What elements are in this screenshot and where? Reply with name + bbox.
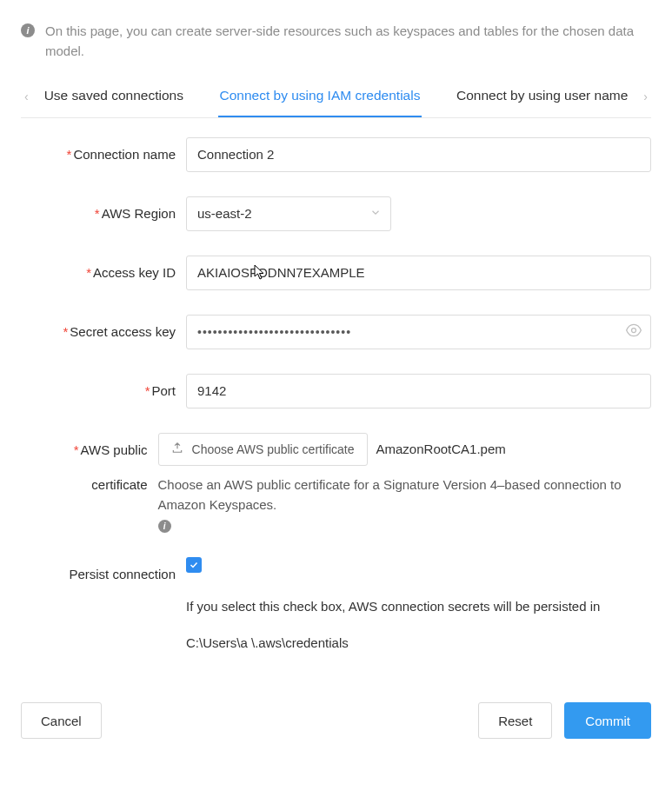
tab-saved-connections[interactable]: Use saved connections [43, 88, 185, 117]
connection-form: *Connection name *AWS Region us-east-2 [21, 137, 651, 651]
field-public-certificate: *AWS public certificate Choose AWS publi… [21, 433, 651, 534]
cancel-button[interactable]: Cancel [21, 702, 102, 739]
persist-helper-text: If you select this check box, AWS connec… [186, 596, 651, 616]
reset-button[interactable]: Reset [478, 702, 552, 739]
required-marker: * [74, 442, 79, 457]
aws-region-select[interactable]: us-east-2 [186, 196, 391, 231]
required-marker: * [86, 265, 91, 280]
field-access-key-id: *Access key ID [21, 256, 651, 290]
field-persist-connection: Persist connection If you select this ch… [21, 557, 651, 650]
secret-access-key-input[interactable]: •••••••••••••••••••••••••••••• [186, 315, 651, 349]
field-secret-access-key: *Secret access key •••••••••••••••••••••… [21, 315, 651, 349]
required-marker: * [145, 383, 150, 398]
certificate-helper: Choose an AWS public certificate for a S… [158, 475, 651, 534]
tabs-scroll-right-icon[interactable]: › [640, 90, 651, 103]
page-root: i On this page, you can create server-si… [0, 0, 672, 756]
chevron-down-icon [369, 206, 382, 221]
label-public-certificate: *AWS public certificate [21, 433, 158, 502]
persist-path-text: C:\Users\a \.aws\credentials [186, 635, 651, 650]
info-icon[interactable]: i [158, 520, 171, 533]
choose-certificate-button[interactable]: Choose AWS public certificate [158, 433, 368, 466]
upload-icon [171, 442, 183, 456]
info-icon: i [21, 23, 35, 37]
tab-username[interactable]: Connect by using user name [455, 88, 629, 117]
commit-button[interactable]: Commit [564, 702, 651, 739]
label-secret-access-key: *Secret access key [21, 315, 186, 349]
svg-point-0 [632, 328, 636, 332]
tabs-row: ‹ Use saved connections Connect by using… [21, 88, 651, 118]
label-port: *Port [21, 374, 186, 408]
field-port: *Port [21, 374, 651, 408]
choose-certificate-label: Choose AWS public certificate [192, 442, 355, 456]
tabs-container: Use saved connections Connect by using I… [43, 88, 630, 117]
check-icon [189, 560, 199, 570]
field-aws-region: *AWS Region us-east-2 [21, 196, 651, 231]
info-text: On this page, you can create server-side… [45, 21, 651, 62]
certificate-filename: AmazonRootCA1.pem [376, 442, 506, 456]
info-banner: i On this page, you can create server-si… [21, 21, 651, 62]
eye-icon[interactable] [625, 322, 642, 342]
access-key-id-input[interactable] [186, 256, 651, 290]
label-persist-connection: Persist connection [21, 557, 186, 592]
info-icon-wrap: i [21, 21, 35, 62]
persist-connection-checkbox[interactable] [186, 557, 202, 573]
connection-name-input[interactable] [186, 137, 651, 172]
aws-region-value: us-east-2 [197, 206, 252, 221]
tabs-scroll-left-icon[interactable]: ‹ [21, 90, 32, 103]
label-connection-name: *Connection name [21, 137, 186, 172]
required-marker: * [67, 147, 72, 162]
label-aws-region: *AWS Region [21, 196, 186, 231]
required-marker: * [95, 206, 100, 221]
footer-row: Cancel Reset Commit [21, 702, 651, 739]
field-connection-name: *Connection name [21, 137, 651, 172]
required-marker: * [63, 324, 68, 339]
tab-iam-credentials[interactable]: Connect by using IAM credentials [218, 88, 422, 117]
label-access-key-id: *Access key ID [21, 256, 186, 290]
port-input[interactable] [186, 374, 651, 408]
